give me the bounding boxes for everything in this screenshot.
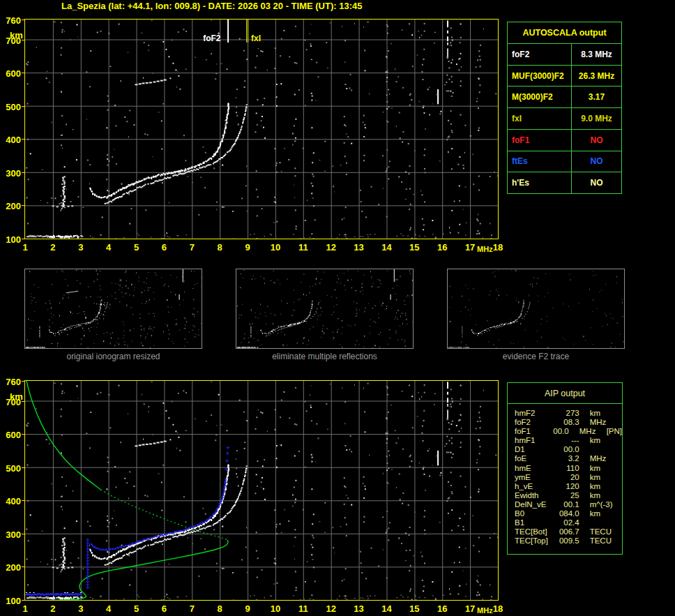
aip-table-title: AIP output <box>508 383 622 404</box>
y-axis-tick <box>22 500 25 501</box>
param-value: 9.0 MHz <box>572 108 621 129</box>
autoscala-output-table: AUTOSCALA output foF28.3 MHzMUF(3000)F22… <box>507 22 622 194</box>
param-value: 26.3 MHz <box>572 66 621 87</box>
y-axis-label-400: 400 <box>1 496 21 506</box>
thumbnail-evidence-f2-trace <box>447 269 625 349</box>
svg-text:foF2: foF2 <box>203 33 221 43</box>
x-axis-label-8: 8 <box>212 242 227 253</box>
aip-row-hme: hmE110km <box>515 464 622 473</box>
param-label: M(3000)F2 <box>508 87 572 107</box>
param-value: NO <box>572 151 621 172</box>
x-axis-label-3: 3 <box>73 242 89 253</box>
y-axis-tick <box>22 381 25 382</box>
y-axis-tick <box>22 566 25 567</box>
x-axis-label-3: 3 <box>73 603 89 614</box>
param-label: fxI <box>508 108 572 129</box>
param-label: h'Es <box>508 172 572 193</box>
x-axis-label-7: 7 <box>184 242 199 253</box>
y-axis-tick <box>22 534 25 534</box>
aip-row-hve: h_vE120km <box>515 482 622 491</box>
y-axis-label-760: 760 <box>1 377 21 387</box>
x-axis-label-14: 14 <box>379 603 394 614</box>
page-title: La_Spezia (lat: +44.1, lon: 009.8) - DAT… <box>61 1 362 11</box>
aip-row-b0: B0084.0km <box>515 509 622 518</box>
aip-row-yme: ymE20km <box>515 473 622 482</box>
x-axis-label-5: 5 <box>129 603 144 614</box>
x-axis-label-17: 17 <box>462 603 478 614</box>
x-axis-label-4: 4 <box>101 603 116 614</box>
x-axis-unit-mhz: MHz <box>477 245 493 253</box>
bottom-ionogram-canvas <box>25 381 498 600</box>
y-axis-tick <box>22 600 25 601</box>
autoscala-table-title: AUTOSCALA output <box>508 22 621 43</box>
y-axis-tick <box>22 106 25 107</box>
y-axis-label-600: 600 <box>1 430 21 440</box>
x-axis-label-9: 9 <box>240 242 255 253</box>
x-axis-label-2: 2 <box>45 603 61 614</box>
y-axis-label-300: 300 <box>1 168 21 179</box>
x-axis-label-13: 13 <box>351 242 367 253</box>
param-label: ftEs <box>508 151 572 172</box>
x-axis-label-13: 13 <box>351 603 367 614</box>
x-axis-label-12: 12 <box>324 603 339 614</box>
aip-row-fof1: foF100.0MHz[PN] <box>515 427 622 436</box>
thumbnail-caption-3: evidence F2 trace <box>447 352 625 361</box>
x-axis-label-17: 17 <box>462 242 478 253</box>
autoscala-row-m3000f2: M(3000)F23.17 <box>508 86 621 107</box>
autoscala-row-hes: h'EsNO <box>508 172 621 193</box>
x-axis-label-15: 15 <box>407 603 422 614</box>
thumbnail-original-ionogram <box>24 269 202 349</box>
aip-row-ewidth: Ewidth25km <box>515 491 622 500</box>
aip-row-tecbot: TEC[Bot]006.7TECU <box>515 527 622 536</box>
y-axis-label-600: 600 <box>1 68 21 79</box>
y-axis-label-200: 200 <box>1 562 21 573</box>
y-axis-unit-km: km <box>10 391 23 402</box>
x-axis-label-6: 6 <box>156 603 172 614</box>
param-value: NO <box>572 172 621 193</box>
autoscala-row-ftes: ftEsNO <box>508 151 621 172</box>
y-axis-unit-km: km <box>10 30 23 40</box>
param-value: 3.17 <box>572 87 621 107</box>
x-axis-label-4: 4 <box>101 242 116 253</box>
x-axis-label-10: 10 <box>268 603 283 614</box>
y-axis-tick <box>22 172 25 173</box>
thumbnail-caption-1: original ionogram resized <box>24 352 202 361</box>
y-axis-label-760: 760 <box>1 15 21 26</box>
svg-text:fxI: fxI <box>251 33 261 43</box>
x-axis-label-1: 1 <box>17 242 33 253</box>
y-axis-tick <box>22 20 25 20</box>
autoscala-row-muf3000f2: MUF(3000)F226.3 MHz <box>508 65 621 87</box>
y-axis-label-500: 500 <box>1 463 21 474</box>
x-axis-label-14: 14 <box>379 242 394 253</box>
x-axis-label-7: 7 <box>184 603 199 614</box>
param-label: foF1 <box>508 130 572 151</box>
x-axis-label-16: 16 <box>434 603 450 614</box>
y-axis-label-400: 400 <box>1 135 21 145</box>
autoscala-row-fof1: foF1NO <box>508 129 621 151</box>
aip-row-fof2: foF208.3MHz <box>515 418 622 427</box>
aip-row-hmf2: hmF2273km <box>515 409 622 418</box>
x-axis-label-15: 15 <box>407 242 422 253</box>
y-axis-tick <box>22 239 25 239</box>
aip-output-table: AIP output hmF2273kmfoF208.3MHzfoF100.0M… <box>507 382 623 555</box>
aip-row-tectop: TEC[Top]009.5TECU <box>515 536 622 546</box>
thumbnail-eliminate-reflections <box>236 269 414 349</box>
y-axis-label-300: 300 <box>1 529 21 540</box>
bottom-ionogram-plot <box>24 380 499 601</box>
aip-row-b1: B102.4 <box>515 518 622 527</box>
x-axis-label-8: 8 <box>212 603 227 614</box>
y-axis-tick <box>22 467 25 468</box>
x-axis-label-5: 5 <box>129 242 144 253</box>
x-axis-label-10: 10 <box>268 242 283 253</box>
y-axis-tick <box>22 434 25 435</box>
top-ionogram-canvas: foF2fxI <box>25 20 498 239</box>
param-value: NO <box>572 130 621 151</box>
x-axis-label-12: 12 <box>324 242 339 253</box>
x-axis-label-1: 1 <box>17 603 33 614</box>
x-axis-label-2: 2 <box>45 242 61 253</box>
x-axis-label-11: 11 <box>296 242 311 253</box>
autoscala-row-fof2: foF28.3 MHz <box>508 43 621 65</box>
y-axis-label-200: 200 <box>1 201 21 211</box>
aip-row-delnve: DelN_vE00.1m^(-3) <box>515 500 622 509</box>
thumbnail-caption-2: eliminate multiple reflections <box>236 352 414 361</box>
